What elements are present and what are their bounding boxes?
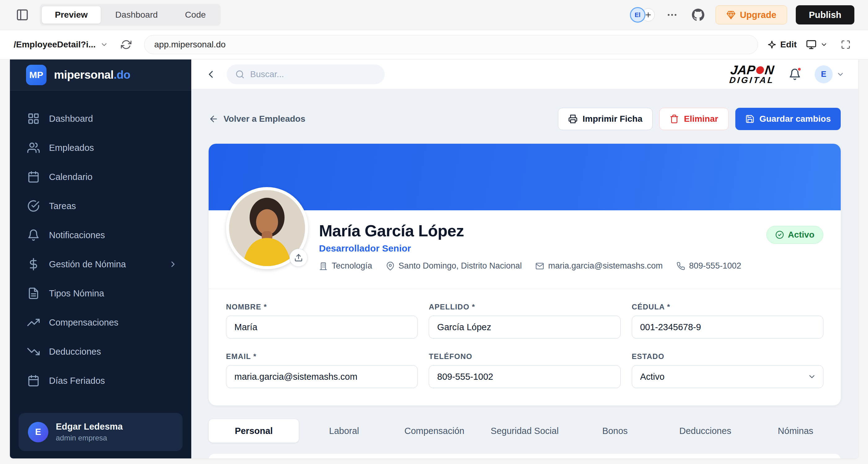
app-header: JAPN DIGITAL E [191, 60, 858, 89]
avatar: E [815, 65, 833, 83]
tab-preview[interactable]: Preview [41, 6, 101, 24]
tab-nominas[interactable]: Nóminas [750, 419, 841, 443]
sidebar-item-tipos-nomina[interactable]: Tipos Nómina [10, 279, 191, 308]
notification-dot [797, 67, 802, 71]
mail-icon [535, 262, 544, 270]
github-icon [692, 9, 704, 21]
sidebar-item-notificaciones[interactable]: Notificaciones [10, 221, 191, 250]
sidebar-item-label: Compensaciones [49, 318, 178, 328]
refresh-button[interactable] [118, 36, 135, 53]
sidebar-item-label: Tareas [49, 201, 178, 211]
fullscreen-button[interactable] [837, 36, 855, 53]
field-label: NOMBRE * [226, 303, 417, 311]
employee-card-body: María García López Desarrollador Senior … [209, 210, 841, 405]
notifications-button[interactable] [788, 68, 801, 80]
sidebar-nav: Dashboard Empleados Calendario Tareas [10, 91, 191, 407]
tab-bonos[interactable]: Bonos [570, 419, 660, 443]
sidebar-item-label: Deducciones [49, 346, 178, 357]
delete-button[interactable]: Eliminar [659, 108, 728, 130]
sidebar-item-deducciones[interactable]: Deducciones [10, 337, 191, 366]
employee-department: Tecnología [319, 261, 372, 271]
field-apellido: APELLIDO * [429, 303, 620, 338]
route-selector[interactable]: /EmployeeDetail?i... [13, 40, 108, 49]
tab-laboral[interactable]: Laboral [299, 419, 389, 443]
global-search[interactable] [227, 64, 385, 84]
sidebar-item-label: Notificaciones [49, 230, 178, 240]
field-label: CÉDULA * [632, 303, 824, 311]
delete-label: Eliminar [684, 114, 718, 124]
field-email: EMAIL * [226, 352, 417, 388]
url-bar[interactable]: app.mipersonal.do [144, 35, 758, 54]
edit-label: Edit [780, 40, 797, 49]
apellido-input[interactable] [429, 316, 620, 338]
save-button[interactable]: Guardar cambios [735, 108, 841, 130]
builder-toolbar: Preview Dashboard Code El [0, 0, 868, 30]
publish-button[interactable]: Publish [796, 5, 855, 25]
tab-deducciones[interactable]: Deducciones [660, 419, 750, 443]
more-options-button[interactable] [663, 6, 681, 24]
edit-button[interactable]: Edit [767, 40, 797, 49]
tab-personal[interactable]: Personal [209, 419, 299, 443]
field-label: ESTADO [632, 352, 824, 361]
save-icon [745, 114, 754, 124]
back-to-employees-link[interactable]: Volver a Empleados [209, 114, 305, 124]
tab-code[interactable]: Code [172, 6, 219, 24]
email-input[interactable] [226, 365, 417, 388]
workspace-members: El [630, 7, 655, 23]
sidebar-item-compensaciones[interactable]: Compensaciones [10, 308, 191, 337]
file-text-icon [27, 287, 40, 300]
back-label: Volver a Empleados [223, 114, 305, 124]
sidebar-item-calendario[interactable]: Calendario [10, 162, 191, 191]
company-logo-top: JAPN [730, 64, 776, 76]
screen: Preview Dashboard Code El [0, 0, 868, 464]
upload-photo-button[interactable] [289, 249, 308, 267]
user-info: Edgar Ledesma admin empresa [56, 422, 123, 442]
brand-name: mipersonal.do [54, 68, 130, 81]
more-horizontal-icon [666, 9, 678, 21]
company-logo: JAPN DIGITAL [729, 64, 776, 85]
sidebar-user-card[interactable]: E Edgar Ledesma admin empresa [19, 413, 183, 451]
nombre-input[interactable] [226, 316, 417, 338]
workspace-avatar[interactable]: El [630, 7, 645, 23]
collapse-sidebar-button[interactable] [205, 68, 217, 80]
employee-form: NOMBRE * APELLIDO * CÉDULA * [226, 289, 824, 388]
device-selector[interactable] [806, 39, 828, 50]
phone-text: 809-555-1002 [689, 261, 741, 271]
red-sun-icon [756, 66, 765, 74]
page-content: Volver a Empleados Imprimir Ficha Elimin… [191, 89, 858, 458]
app-sidebar: MP mipersonal.do Dashboard Empleados Cal… [10, 60, 191, 458]
sidebar-item-empleados[interactable]: Empleados [10, 133, 191, 162]
telefono-input[interactable] [429, 365, 620, 388]
cedula-input[interactable] [632, 316, 824, 338]
panel-toggle-button[interactable] [13, 6, 31, 24]
trending-up-icon [27, 316, 40, 329]
page-toolbar: Volver a Empleados Imprimir Ficha Elimin… [209, 108, 841, 130]
calendar-icon [27, 374, 40, 387]
header-user-menu[interactable]: E [815, 65, 844, 83]
app-main: JAPN DIGITAL E [191, 60, 858, 458]
estado-select[interactable]: Activo [632, 365, 824, 388]
builder-tab-group: Preview Dashboard Code [40, 4, 221, 26]
field-nombre: NOMBRE * [226, 303, 417, 338]
sidebar-item-gestion-nomina[interactable]: Gestión de Nómina [10, 250, 191, 279]
upload-icon [294, 253, 303, 262]
check-circle-icon [27, 200, 40, 212]
sidebar-item-dashboard[interactable]: Dashboard [10, 104, 191, 133]
employee-name: María García López [319, 222, 741, 240]
sidebar-item-dias-feriados[interactable]: Días Feriados [10, 366, 191, 395]
avatar: E [28, 422, 49, 442]
printer-icon [568, 114, 578, 124]
search-input[interactable] [250, 69, 376, 79]
tab-dashboard[interactable]: Dashboard [102, 6, 171, 24]
refresh-icon [121, 39, 131, 50]
maximize-icon [841, 40, 850, 49]
print-button[interactable]: Imprimir Ficha [558, 108, 653, 130]
sidebar-item-label: Tipos Nómina [49, 288, 178, 299]
brand-name-suffix: .do [114, 68, 130, 81]
tab-seguridad-social[interactable]: Seguridad Social [479, 419, 570, 443]
upgrade-button[interactable]: Upgrade [715, 5, 787, 25]
github-button[interactable] [689, 6, 707, 24]
sidebar-item-tareas[interactable]: Tareas [10, 191, 191, 221]
tab-compensacion[interactable]: Compensación [390, 419, 479, 443]
field-cedula: CÉDULA * [632, 303, 824, 338]
